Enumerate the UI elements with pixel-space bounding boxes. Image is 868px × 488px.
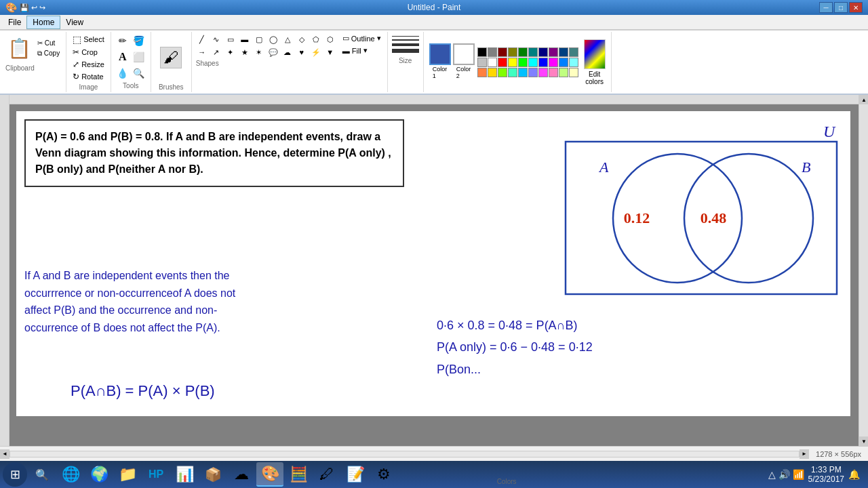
color1-swatch[interactable] bbox=[429, 43, 451, 65]
color-swatch-15[interactable] bbox=[528, 58, 538, 67]
size-4[interactable] bbox=[392, 49, 419, 53]
color-swatch-28[interactable] bbox=[559, 68, 568, 77]
crop-button[interactable]: ✂ Crop bbox=[71, 47, 106, 58]
brushes-button[interactable]: 🖌 bbox=[160, 47, 182, 68]
taskbar-settings[interactable]: ⚙ bbox=[370, 462, 397, 487]
color-swatch-6[interactable] bbox=[538, 47, 548, 57]
color-swatch-23[interactable] bbox=[508, 68, 517, 77]
size-1[interactable] bbox=[392, 36, 419, 37]
color-swatch-2[interactable] bbox=[498, 47, 507, 57]
callout-shape[interactable]: 💬 bbox=[267, 46, 279, 58]
color-swatch-21[interactable] bbox=[488, 68, 497, 77]
curve-shape[interactable]: ∿ bbox=[210, 33, 222, 45]
hexagon-shape[interactable]: ⬡ bbox=[324, 33, 336, 45]
eraser-tool[interactable]: ⬜ bbox=[132, 49, 146, 64]
size-3[interactable] bbox=[392, 43, 419, 46]
taskbar-app5[interactable]: ☁ bbox=[228, 462, 255, 487]
color-swatch-0[interactable] bbox=[477, 47, 487, 57]
tray-notification[interactable]: 🔔 bbox=[848, 469, 860, 480]
color-swatch-10[interactable] bbox=[477, 58, 487, 67]
color-swatch-13[interactable] bbox=[508, 58, 517, 67]
taskbar-office[interactable]: 📊 bbox=[171, 462, 198, 487]
taskbar-inkscape[interactable]: 🖊 bbox=[313, 462, 340, 487]
color-swatch-12[interactable] bbox=[498, 58, 507, 67]
copy-button[interactable]: ⧉ Copy bbox=[35, 49, 62, 58]
color-swatch-27[interactable] bbox=[549, 68, 558, 77]
taskbar-chrome[interactable]: 🌐 bbox=[57, 462, 84, 487]
size-2[interactable] bbox=[392, 39, 419, 41]
vertical-scrollbar[interactable]: ▲ ▼ bbox=[859, 95, 868, 446]
heart-shape[interactable]: ♥ bbox=[296, 46, 308, 58]
maximize-button[interactable]: □ bbox=[834, 2, 848, 13]
magnifier-tool[interactable]: 🔍 bbox=[132, 66, 146, 81]
text-tool[interactable]: A bbox=[115, 49, 130, 64]
color-swatch-11[interactable] bbox=[488, 58, 497, 67]
more-shapes[interactable]: ▼ bbox=[324, 46, 336, 58]
canvas-container[interactable]: P(A) = 0.6 and P(B) = 0.8. If A and B ar… bbox=[9, 95, 859, 446]
color-swatch-5[interactable] bbox=[528, 47, 538, 57]
taskbar-calc[interactable]: 🧮 bbox=[285, 462, 312, 487]
minimize-button[interactable]: ─ bbox=[819, 2, 833, 13]
color-swatch-4[interactable] bbox=[518, 47, 528, 57]
taskbar-search[interactable]: 🔍 bbox=[28, 462, 56, 487]
resize-button[interactable]: ⤢ Resize bbox=[71, 59, 106, 70]
color-swatch-9[interactable] bbox=[569, 47, 578, 57]
color-swatch-1[interactable] bbox=[488, 47, 497, 57]
arrow2-shape[interactable]: ↗ bbox=[210, 46, 222, 58]
color-swatch-18[interactable] bbox=[559, 58, 568, 67]
rect-shape[interactable]: ▭ bbox=[224, 33, 237, 45]
color-picker-tool[interactable]: 💧 bbox=[115, 66, 130, 81]
color2-swatch[interactable] bbox=[453, 43, 475, 65]
taskbar-explorer[interactable]: 📁 bbox=[114, 462, 141, 487]
menu-home[interactable]: Home bbox=[26, 16, 60, 29]
start-button[interactable]: ⊞ bbox=[3, 462, 27, 487]
color-swatch-17[interactable] bbox=[549, 58, 558, 67]
scroll-right[interactable]: ► bbox=[800, 449, 809, 459]
menu-view[interactable]: View bbox=[60, 16, 89, 28]
color-swatch-14[interactable] bbox=[518, 58, 528, 67]
color-swatch-19[interactable] bbox=[569, 58, 578, 67]
color-swatch-29[interactable] bbox=[569, 68, 578, 77]
lightning-shape[interactable]: ⚡ bbox=[310, 46, 322, 58]
cloud-shape[interactable]: ☁ bbox=[281, 46, 294, 58]
triangle-shape[interactable]: △ bbox=[281, 33, 294, 45]
pentagon-shape[interactable]: ⬠ bbox=[310, 33, 322, 45]
taskbar-ie[interactable]: 🌍 bbox=[85, 462, 113, 487]
fill-button[interactable]: ▬ Fill ▾ bbox=[340, 45, 383, 56]
close-button[interactable]: ✕ bbox=[849, 2, 863, 13]
line-shape[interactable]: ╱ bbox=[196, 33, 208, 45]
color-swatch-7[interactable] bbox=[549, 47, 558, 57]
arrow-shape[interactable]: → bbox=[196, 46, 208, 58]
paste-button[interactable]: 📋 bbox=[5, 33, 33, 63]
color-swatch-20[interactable] bbox=[477, 68, 487, 77]
color-swatch-22[interactable] bbox=[498, 68, 507, 77]
rotate-button[interactable]: ↻ Rotate bbox=[71, 71, 106, 82]
round-rect-shape[interactable]: ▢ bbox=[253, 33, 265, 45]
scroll-up[interactable]: ▲ bbox=[859, 95, 868, 104]
star5-shape[interactable]: ★ bbox=[239, 46, 251, 58]
taskbar-paint-active[interactable]: 🎨 bbox=[256, 462, 283, 487]
custom-color[interactable] bbox=[584, 39, 606, 69]
star6-shape[interactable]: ✶ bbox=[253, 46, 265, 58]
color-swatch-16[interactable] bbox=[538, 58, 548, 67]
taskbar-app8[interactable]: 📝 bbox=[342, 462, 369, 487]
taskbar-hp[interactable]: HP bbox=[142, 462, 170, 487]
edit-colors-button[interactable]: Editcolors bbox=[585, 70, 604, 85]
color-swatch-25[interactable] bbox=[528, 68, 538, 77]
fill-rect-shape[interactable]: ▬ bbox=[239, 33, 251, 45]
scroll-left[interactable]: ◄ bbox=[0, 449, 9, 459]
scroll-down[interactable]: ▼ bbox=[859, 436, 868, 446]
outline-button[interactable]: ▭ Outline ▾ bbox=[340, 33, 383, 43]
color-swatch-3[interactable] bbox=[508, 47, 517, 57]
menu-file[interactable]: File bbox=[3, 16, 26, 28]
oval-shape[interactable]: ◯ bbox=[267, 33, 279, 45]
cut-button[interactable]: ✂ Cut bbox=[35, 39, 62, 47]
fill-tool[interactable]: 🪣 bbox=[132, 33, 146, 48]
select-button[interactable]: ⬚ Select bbox=[71, 33, 106, 45]
pencil-tool[interactable]: ✏ bbox=[115, 33, 130, 48]
diamond-shape[interactable]: ◇ bbox=[296, 33, 308, 45]
color-swatch-26[interactable] bbox=[538, 68, 548, 77]
taskbar-amazon[interactable]: 📦 bbox=[199, 462, 226, 487]
star4-shape[interactable]: ✦ bbox=[224, 46, 237, 58]
color-swatch-8[interactable] bbox=[559, 47, 568, 57]
